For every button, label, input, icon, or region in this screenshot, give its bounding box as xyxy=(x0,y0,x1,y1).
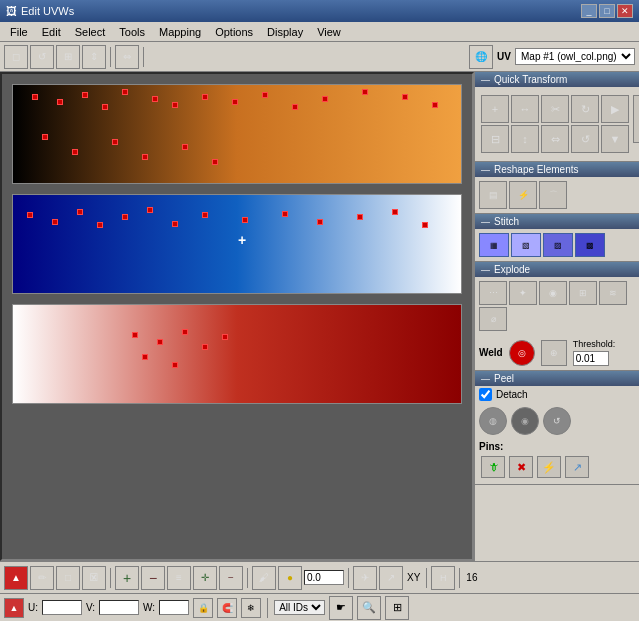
qt-align-btn[interactable]: ⊟ xyxy=(481,125,509,153)
bt-h-btn[interactable]: H xyxy=(431,566,455,590)
menu-display[interactable]: Display xyxy=(261,24,309,40)
u-input[interactable] xyxy=(42,600,82,615)
uv-dot[interactable] xyxy=(282,211,288,217)
uv-dot[interactable] xyxy=(147,207,153,213)
maximize-button[interactable]: □ xyxy=(599,4,615,18)
uv-dot[interactable] xyxy=(182,144,188,150)
qt-move-h-btn[interactable]: ↔ xyxy=(511,95,539,123)
explode-btn-2[interactable]: ✦ xyxy=(509,281,537,305)
peel-btn-2[interactable]: ◉ xyxy=(511,407,539,435)
uv-dot[interactable] xyxy=(142,154,148,160)
v-input[interactable] xyxy=(99,600,139,615)
peel-btn-1[interactable]: ◍ xyxy=(479,407,507,435)
stitch-btn-1[interactable]: ▦ xyxy=(479,233,509,257)
menu-tools[interactable]: Tools xyxy=(113,24,151,40)
uv-dot[interactable] xyxy=(172,102,178,108)
bt-minus-btn[interactable]: − xyxy=(219,566,243,590)
uv-dot[interactable] xyxy=(322,96,328,102)
uv-dot[interactable] xyxy=(357,214,363,220)
uv-dot[interactable] xyxy=(362,89,368,95)
value-input[interactable] xyxy=(304,570,344,585)
sb-snowflake-btn[interactable]: ❄ xyxy=(241,598,261,618)
uv-dot[interactable] xyxy=(262,92,268,98)
reshape-btn-3[interactable]: ⌒ xyxy=(539,181,567,209)
tb-select-btn[interactable]: ◻ xyxy=(4,45,28,69)
reshape-header[interactable]: — Reshape Elements xyxy=(475,162,639,177)
menu-edit[interactable]: Edit xyxy=(36,24,67,40)
stitch-btn-4[interactable]: ▩ xyxy=(575,233,605,257)
bt-nav-btn[interactable]: ✈ xyxy=(353,566,377,590)
sb-grid-btn[interactable]: ⊞ xyxy=(385,596,409,620)
uv-dot[interactable] xyxy=(72,149,78,155)
quick-transform-header[interactable]: — Quick Transform xyxy=(475,72,639,87)
map-icon-btn[interactable]: 🌐 xyxy=(469,45,493,69)
explode-btn-5[interactable]: ≋ xyxy=(599,281,627,305)
bt-box-btn[interactable]: □ xyxy=(56,566,80,590)
explode-btn-4[interactable]: ⊞ xyxy=(569,281,597,305)
map-dropdown[interactable]: Map #1 (owl_col.png) xyxy=(515,48,635,65)
uv-viewport[interactable]: + xyxy=(0,72,474,561)
qt-move-v-btn[interactable]: ↕ xyxy=(511,125,539,153)
menu-mapping[interactable]: Mapping xyxy=(153,24,207,40)
uv-dot[interactable] xyxy=(122,214,128,220)
stitch-btn-3[interactable]: ▨ xyxy=(543,233,573,257)
qt-side-down-btn[interactable]: ▼ xyxy=(601,125,629,153)
pin-action-btn[interactable]: ⚡ xyxy=(537,456,561,478)
uv-dot[interactable] xyxy=(432,102,438,108)
uv-dot[interactable] xyxy=(172,221,178,227)
uv-dot[interactable] xyxy=(317,219,323,225)
detach-label[interactable]: Detach xyxy=(496,389,528,400)
uv-dot[interactable] xyxy=(232,99,238,105)
uv-dot[interactable] xyxy=(202,212,208,218)
qt-vertical-btn[interactable]: ⋮ xyxy=(633,95,639,143)
uv-dot[interactable] xyxy=(97,222,103,228)
reshape-btn-2[interactable]: ⚡ xyxy=(509,181,537,209)
bt-brush-btn[interactable]: 🖌 xyxy=(252,566,276,590)
uv-dot[interactable] xyxy=(102,104,108,110)
menu-select[interactable]: Select xyxy=(69,24,112,40)
weld-btn-2[interactable]: ⊕ xyxy=(541,340,567,366)
pin-add-btn[interactable]: 🗡 xyxy=(481,456,505,478)
w-input[interactable] xyxy=(159,600,189,615)
uv-dot[interactable] xyxy=(82,92,88,98)
close-button[interactable]: ✕ xyxy=(617,4,633,18)
minimize-button[interactable]: _ xyxy=(581,4,597,18)
explode-btn-3[interactable]: ◉ xyxy=(539,281,567,305)
bt-remove-btn[interactable]: − xyxy=(141,566,165,590)
weld-btn-1[interactable]: ◎ xyxy=(509,340,535,366)
stitch-btn-2[interactable]: ▧ xyxy=(511,233,541,257)
uv-dot[interactable] xyxy=(132,332,138,338)
sb-search-btn[interactable]: 🔍 xyxy=(357,596,381,620)
bt-cube-btn[interactable]: 🗷 xyxy=(82,566,106,590)
qt-rotate-ccw-btn[interactable]: ↺ xyxy=(571,125,599,153)
menu-view[interactable]: View xyxy=(311,24,347,40)
qt-scissors-btn[interactable]: ✂ xyxy=(541,95,569,123)
stitch-header[interactable]: — Stitch xyxy=(475,214,639,229)
uv-dot[interactable] xyxy=(202,94,208,100)
bt-circle-btn[interactable]: ● xyxy=(278,566,302,590)
uv-dot[interactable] xyxy=(392,209,398,215)
uv-dot[interactable] xyxy=(402,94,408,100)
tb-scale-btn[interactable]: ⊞ xyxy=(56,45,80,69)
pin-remove-btn[interactable]: ✖ xyxy=(509,456,533,478)
uv-dot[interactable] xyxy=(32,94,38,100)
tb-move-btn[interactable]: ⇕ xyxy=(82,45,106,69)
uv-dot[interactable] xyxy=(172,362,178,368)
bt-edit-btn[interactable]: ✏ xyxy=(30,566,54,590)
sb-hand-btn[interactable]: ☛ xyxy=(329,596,353,620)
menu-options[interactable]: Options xyxy=(209,24,259,40)
qt-rotate-cw-btn[interactable]: ↻ xyxy=(571,95,599,123)
detach-checkbox[interactable] xyxy=(479,388,492,401)
reshape-btn-1[interactable]: ▤ xyxy=(479,181,507,209)
uv-dot[interactable] xyxy=(157,339,163,345)
uv-dot[interactable] xyxy=(212,159,218,165)
ids-dropdown[interactable]: All IDs xyxy=(274,600,325,615)
uv-dot[interactable] xyxy=(112,139,118,145)
sb-lock-btn[interactable]: 🔒 xyxy=(193,598,213,618)
uv-dot[interactable] xyxy=(142,354,148,360)
menu-file[interactable]: File xyxy=(4,24,34,40)
uv-dot[interactable] xyxy=(222,334,228,340)
tb-rotate-btn[interactable]: ↺ xyxy=(30,45,54,69)
uv-dot[interactable] xyxy=(422,222,428,228)
bt-plus-btn[interactable]: ✛ xyxy=(193,566,217,590)
